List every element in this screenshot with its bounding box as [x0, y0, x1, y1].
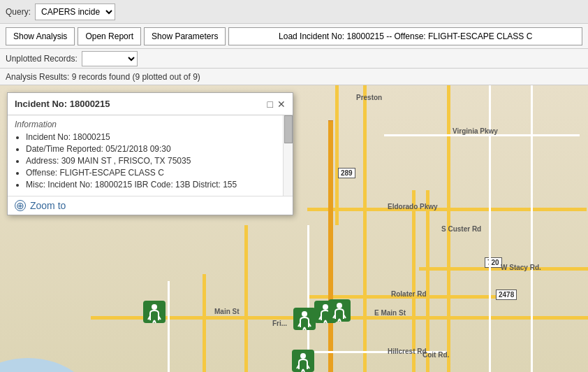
popup-header-icons: □ ✕: [267, 99, 286, 109]
popup-section-label: Information: [15, 120, 276, 129]
road-v-minor4: [168, 281, 170, 372]
show-analysis-button[interactable]: Show Analysis: [6, 27, 75, 45]
zoom-icon: ⊕: [15, 200, 26, 211]
popup-item-1: Incident No: 18000215: [26, 132, 276, 142]
hwy-289-sign: 289: [338, 168, 355, 178]
map-marker-person-2[interactable]: [293, 308, 316, 330]
road-v-minor1: [531, 85, 533, 372]
svg-rect-18: [328, 299, 351, 322]
popup-header: Incident No: 18000215 □ ✕: [8, 93, 293, 115]
svg-rect-6: [293, 308, 316, 330]
incident-popup: Incident No: 18000215 □ ✕ Information In…: [7, 92, 293, 215]
virginia-pkwy-road: [384, 134, 580, 136]
scroll-thumb[interactable]: [284, 115, 293, 143]
popup-title: Incident No: 18000215: [15, 99, 110, 109]
hwy-720-sign: 720: [485, 257, 502, 268]
popup-item-2: Date/Time Reported: 05/21/2018 09:30: [26, 144, 276, 154]
map-marker-person-1[interactable]: [143, 301, 166, 323]
query-label: Query:: [6, 7, 31, 17]
hwy-289-road: [328, 120, 333, 372]
close-icon[interactable]: ✕: [277, 99, 286, 109]
popup-body: Information Incident No: 18000215 Date/T…: [8, 115, 293, 196]
svg-point-13: [323, 304, 328, 310]
legacy-rd-road: [244, 225, 248, 372]
maximize-icon[interactable]: □: [267, 99, 273, 109]
hillcrest-rd-road: [412, 190, 416, 372]
coit-rd-road: [426, 190, 429, 372]
svg-rect-0: [143, 301, 166, 323]
svg-point-7: [302, 311, 307, 317]
load-incident-button[interactable]: Load Incident No: 18000215 -- Offense: F…: [228, 27, 582, 45]
teel-rd-road: [203, 274, 206, 372]
popup-content: Information Incident No: 18000215 Date/T…: [8, 115, 283, 196]
zoom-label[interactable]: Zoom to: [30, 200, 66, 211]
button-row: Show Analysis Open Report Show Parameter…: [0, 24, 588, 49]
show-parameters-button[interactable]: Show Parameters: [144, 27, 226, 45]
popup-items-list: Incident No: 18000215 Date/Time Reported…: [15, 132, 276, 189]
open-report-button[interactable]: Open Report: [78, 27, 141, 45]
analysis-results-bar: Analysis Results: 9 records found (9 plo…: [0, 69, 588, 85]
road-v1: [335, 85, 339, 225]
query-select[interactable]: CAPERS incide: [35, 3, 115, 20]
popup-scrollbar[interactable]: [283, 115, 293, 196]
map-marker-person-5[interactable]: [292, 350, 314, 372]
custer-rd-road: [447, 85, 450, 372]
popup-footer[interactable]: ⊕ Zoom to: [8, 196, 293, 215]
analysis-results-text: Analysis Results: 9 records found (9 plo…: [6, 72, 200, 82]
road-h-minor1: [307, 351, 447, 353]
svg-rect-24: [292, 350, 314, 372]
unplotted-records-select[interactable]: [82, 51, 138, 66]
map-marker-person-4[interactable]: [328, 299, 351, 322]
stacy-rd-road: [419, 267, 588, 271]
unplotted-records-label: Unplotted Records:: [6, 54, 78, 64]
preston-rd-road: [363, 85, 367, 372]
toolbar: Query: CAPERS incide: [0, 0, 588, 24]
popup-item-5: Misc: Incident No: 18000215 IBR Code: 13…: [26, 180, 276, 189]
svg-point-1: [152, 304, 157, 310]
svg-point-19: [337, 303, 342, 308]
unplotted-records-bar: Unplotted Records:: [0, 49, 588, 69]
road-v-minor2: [489, 85, 491, 372]
map-area[interactable]: 720 2478 289 Preston Virginia Pkwy Eldor…: [0, 85, 588, 372]
popup-item-3: Address: 309 MAIN ST , FRISCO, TX 75035: [26, 156, 276, 166]
popup-item-4: Offense: FLIGHT-ESCAPE CLASS C: [26, 168, 276, 178]
hwy-2478-sign: 2478: [496, 289, 517, 300]
svg-point-25: [300, 353, 306, 359]
